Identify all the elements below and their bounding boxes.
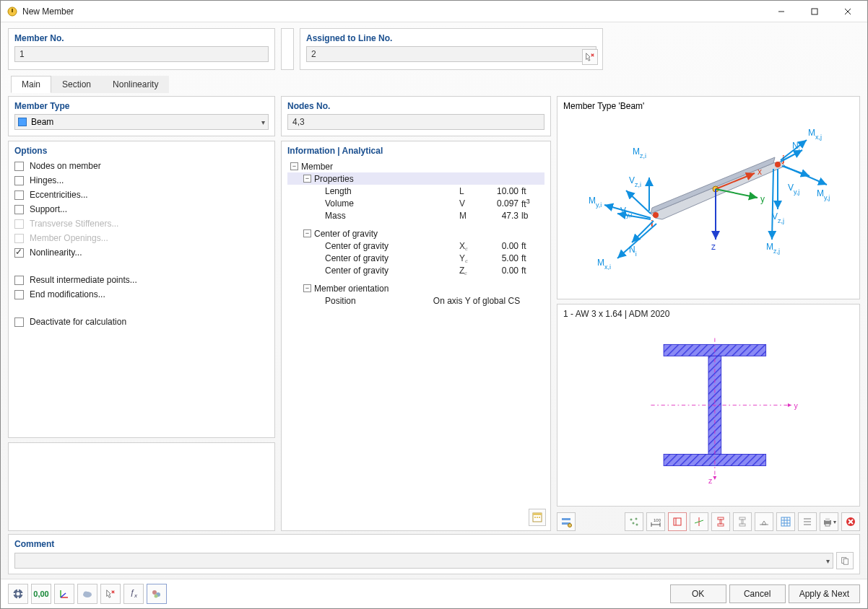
svg-text:Mz,j: Mz,j: [766, 242, 780, 255]
footer-render-button[interactable]: [147, 584, 167, 604]
checkbox-icon[interactable]: [14, 162, 24, 171]
svg-point-16: [775, 162, 781, 167]
collapse-icon[interactable]: −: [290, 162, 298, 170]
tree-properties[interactable]: − Properties: [287, 172, 544, 185]
minimize-button[interactable]: [765, 1, 798, 22]
svg-point-99: [17, 592, 20, 596]
svg-text:y: y: [794, 400, 799, 409]
comment-field[interactable]: ▾: [14, 553, 833, 569]
svg-text:100: 100: [654, 518, 661, 522]
checkbox-icon[interactable]: [14, 176, 24, 185]
tree-cog[interactable]: − Center of gravity: [287, 227, 544, 240]
checkbox-icon: [14, 234, 24, 243]
apply-next-button[interactable]: Apply & Next: [789, 584, 860, 603]
options-list: Nodes on memberHinges...Eccentricities..…: [14, 159, 269, 329]
option-end-modifications[interactable]: End modifications...: [14, 287, 269, 302]
info-edit-button[interactable]: [529, 509, 546, 526]
cancel-button[interactable]: Cancel: [729, 584, 786, 603]
assigned-line-label: Assigned to Line No.: [306, 33, 596, 43]
member-no-field[interactable]: 1: [14, 46, 269, 62]
option-support[interactable]: Support...: [14, 202, 269, 216]
svg-text:x: x: [758, 167, 762, 177]
nodes-pane: Nodes No. 4,3: [281, 96, 551, 136]
checkbox-icon[interactable]: [14, 276, 24, 285]
option-label: End modifications...: [30, 289, 105, 299]
svg-line-28: [626, 190, 651, 214]
svg-point-62: [630, 519, 633, 521]
nodes-field[interactable]: 4,3: [287, 114, 544, 130]
svg-rect-59: [562, 518, 570, 520]
toolbar-axes-button[interactable]: [690, 512, 708, 531]
tab-section[interactable]: Section: [51, 76, 102, 93]
footer-help-button[interactable]: [8, 584, 28, 604]
copy-comment-button[interactable]: [836, 552, 854, 569]
tree-position: Position On axis Y of global CS: [287, 294, 544, 307]
toolbar-section-red-button[interactable]: [711, 512, 730, 531]
svg-point-15: [653, 212, 659, 218]
checkbox-icon[interactable]: [14, 248, 24, 258]
collapse-icon[interactable]: −: [303, 284, 311, 292]
toolbar-print-button[interactable]: ▾: [820, 512, 838, 531]
checkbox-icon[interactable]: [14, 317, 24, 327]
svg-rect-91: [825, 518, 830, 521]
pick-line-button[interactable]: [582, 49, 598, 65]
close-button[interactable]: [831, 1, 864, 22]
collapse-icon[interactable]: −: [303, 229, 311, 237]
option-label: Nodes on member: [30, 161, 101, 171]
member-type-combo[interactable]: Beam ▾: [14, 114, 269, 130]
svg-point-64: [633, 522, 635, 525]
middle-column: Nodes No. 4,3 Information | Analytical −…: [281, 96, 551, 531]
option-nodes-on-member[interactable]: Nodes on member: [14, 159, 269, 173]
checkbox-icon[interactable]: [14, 190, 24, 200]
content: Member No. 1 Assigned to Line No. 2 Main…: [1, 22, 867, 579]
collapse-icon[interactable]: −: [303, 175, 311, 183]
tab-nonlinearity[interactable]: Nonlinearity: [102, 76, 169, 93]
toolbar-grid-button[interactable]: [776, 512, 795, 531]
member-type-value: Beam: [31, 117, 53, 127]
footer-cs-button[interactable]: [54, 584, 74, 604]
footer-pick-button[interactable]: [100, 584, 121, 604]
tree-member[interactable]: − Member: [287, 160, 544, 172]
member-no-pane: Member No. 1: [8, 28, 275, 70]
toolbar-delete-button[interactable]: [841, 512, 860, 531]
chevron-down-icon: ▾: [826, 557, 830, 565]
assigned-line-field[interactable]: 2: [306, 46, 596, 62]
checkbox-icon[interactable]: [14, 205, 24, 214]
toolbar-points-button[interactable]: [625, 512, 643, 531]
option-label: Support...: [30, 204, 67, 214]
toolbar-supports-button[interactable]: [755, 512, 773, 531]
tab-main[interactable]: Main: [11, 76, 51, 93]
svg-rect-11: [537, 517, 538, 518]
option-label: Transverse Stiffeners...: [30, 219, 118, 229]
option-deactivate-for-calculation[interactable]: Deactivate for calculation: [14, 315, 269, 329]
footer-cloud-button[interactable]: [77, 584, 97, 604]
footer-function-button[interactable]: ƒx: [123, 584, 144, 604]
option-eccentricities[interactable]: Eccentricities...: [14, 188, 269, 202]
option-hinges[interactable]: Hinges...: [14, 173, 269, 188]
right-toolbar: 100 ▾: [557, 511, 860, 531]
maximize-button[interactable]: [798, 1, 831, 22]
svg-rect-100: [17, 589, 19, 591]
svg-line-34: [632, 221, 654, 242]
svg-rect-97: [843, 558, 848, 564]
svg-rect-101: [17, 597, 19, 599]
comment-row: Comment ▾: [8, 534, 860, 574]
ok-button[interactable]: OK: [670, 584, 726, 603]
member-type-label: Member Type: [14, 101, 269, 111]
option-nonlinearity[interactable]: Nonlinearity...: [14, 245, 269, 260]
toolbar-settings-button[interactable]: [557, 512, 576, 531]
checkbox-icon[interactable]: [14, 290, 24, 299]
svg-text:z: z: [708, 476, 712, 485]
option-transverse-stiffeners: Transverse Stiffeners...: [14, 216, 269, 231]
main-row: Member Type Beam ▾ Options Nodes on memb…: [8, 96, 860, 531]
toolbar-dimension-button[interactable]: 100: [646, 512, 665, 531]
option-result-intermediate-points[interactable]: Result intermediate points...: [14, 273, 269, 287]
svg-point-65: [636, 524, 638, 526]
footer-units-button[interactable]: 0,00: [31, 584, 51, 604]
member-preview-pane: Member Type 'Beam': [557, 96, 860, 299]
chevron-down-icon: ▾: [261, 118, 265, 126]
toolbar-stress-button[interactable]: [668, 512, 687, 531]
toolbar-section-grey-button[interactable]: [733, 512, 752, 531]
toolbar-list-button[interactable]: [798, 512, 817, 531]
tree-orientation[interactable]: − Member orientation: [287, 282, 544, 294]
